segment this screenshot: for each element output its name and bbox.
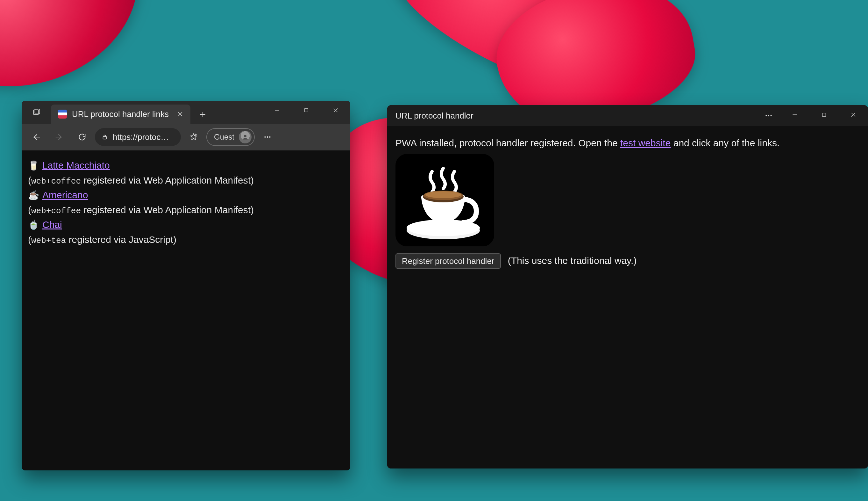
profile-label: Guest [214,132,234,141]
new-tab-button[interactable] [194,105,212,124]
svg-point-16 [425,191,461,198]
registration-note: (web+coffee registered via Web Applicati… [28,173,344,188]
list-item: 🥛 Latte Macchiato [28,158,344,173]
window-minimize-button[interactable] [780,105,810,124]
drink-link-latte[interactable]: Latte Macchiato [42,158,110,173]
svg-point-6 [267,136,268,138]
list-item: 🍵 Chai [28,217,344,232]
protocol-code: web+coffee [31,206,81,216]
browser-tab[interactable]: URL protocol handler links [51,105,190,124]
tab-title: URL protocol handler links [72,109,169,119]
browser-toolbar: https://protoc… Guest [22,124,350,150]
favorites-button[interactable] [184,127,204,147]
tab-favicon [58,110,67,119]
svg-point-7 [269,136,270,138]
window-maximize-button[interactable] [810,105,839,124]
svg-rect-11 [823,113,826,117]
window-close-button[interactable] [321,101,350,120]
registration-note: (web+tea registered via JavaScript) [28,232,344,247]
tab-actions-button[interactable] [22,101,51,124]
svg-point-5 [264,136,266,138]
lock-icon [101,134,108,140]
window-minimize-button[interactable] [262,101,292,120]
window-maximize-button[interactable] [292,101,321,120]
list-item: ☕ Americano [28,188,344,203]
register-note: (This uses the traditional way.) [508,255,637,266]
browser-window: URL protocol handler links [22,101,350,470]
drink-emoji: ☕ [28,188,39,202]
more-menu-button[interactable] [257,127,278,147]
browser-page: 🥛 Latte Macchiato (web+coffee registered… [22,150,350,470]
pwa-content: PWA installed, protocol handler register… [387,126,868,469]
coffee-cup-image [395,154,494,246]
svg-rect-3 [103,136,107,139]
address-text: https://protoc… [113,132,169,142]
svg-point-9 [768,115,769,116]
pwa-window: URL protocol handler PWA installed, prot… [387,105,868,469]
profile-button[interactable]: Guest [206,128,255,146]
drink-emoji: 🥛 [28,159,39,172]
avatar-icon [239,131,252,143]
app-menu-button[interactable] [757,106,780,125]
register-protocol-button[interactable]: Register protocol handler [395,253,501,269]
svg-rect-2 [305,109,308,112]
svg-point-4 [244,135,246,137]
registration-note: (web+coffee registered via Web Applicati… [28,203,344,218]
drink-link-chai[interactable]: Chai [42,217,62,232]
register-row: Register protocol handler (This uses the… [395,246,860,269]
pwa-title: URL protocol handler [395,111,473,121]
address-bar[interactable]: https://protoc… [95,128,181,146]
nav-refresh-button[interactable] [72,127,92,147]
test-website-link[interactable]: test website [620,138,671,148]
svg-point-8 [766,115,767,116]
browser-titlebar[interactable]: URL protocol handler links [22,101,350,124]
drink-emoji: 🍵 [28,218,39,232]
svg-point-10 [770,115,771,116]
tab-actions-icon [32,108,41,116]
status-text: PWA installed, protocol handler register… [395,136,860,150]
nav-forward-button[interactable] [49,127,69,147]
close-icon[interactable] [177,111,184,117]
protocol-code: web+tea [31,236,66,245]
nav-back-button[interactable] [26,127,46,147]
protocol-code: web+coffee [31,177,81,186]
drink-link-americano[interactable]: Americano [42,188,88,203]
window-close-button[interactable] [839,105,868,124]
pwa-titlebar[interactable]: URL protocol handler [387,105,868,126]
